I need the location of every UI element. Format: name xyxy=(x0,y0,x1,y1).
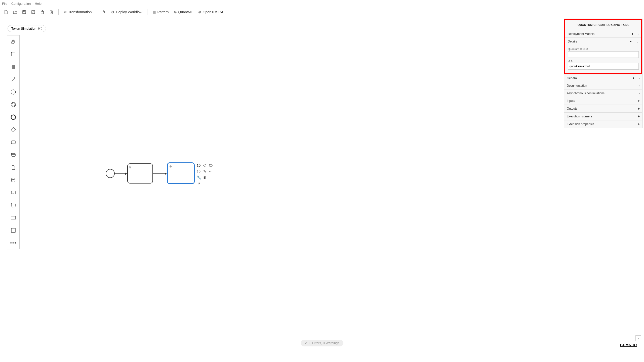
save-button[interactable] xyxy=(20,8,28,16)
status-bar[interactable]: ✓ 0 Errors, 0 Warnings xyxy=(301,340,343,346)
open-file-button[interactable] xyxy=(11,8,19,16)
url-input[interactable] xyxy=(568,63,639,70)
upload-button[interactable] xyxy=(38,8,46,16)
prop-outputs[interactable]: Outputs + xyxy=(564,105,642,112)
toolbar-separator xyxy=(58,9,59,15)
ctx-annotation[interactable]: ✎ xyxy=(202,169,207,174)
expand-panel-button[interactable]: › xyxy=(635,335,641,341)
download-button[interactable] xyxy=(47,8,55,16)
canvas[interactable]: ⎘ ⊛ ✎ ⋯ 🔧 🗑 ↗ xyxy=(0,17,644,362)
dot-icon xyxy=(633,77,634,79)
edit-button[interactable] xyxy=(29,8,37,16)
opentosca-icon: ⊕ xyxy=(198,10,201,14)
svg-point-19 xyxy=(197,170,200,173)
plus-icon[interactable]: + xyxy=(638,107,640,111)
chevron-right-icon: › xyxy=(639,84,640,87)
bpmnio-link[interactable]: BPMN.IO xyxy=(620,343,637,347)
svg-point-17 xyxy=(197,164,200,167)
menu-help[interactable]: Help xyxy=(35,2,42,6)
plus-icon[interactable]: + xyxy=(638,114,640,118)
task-node-1[interactable]: ⎘ xyxy=(127,163,153,184)
plus-icon[interactable]: + xyxy=(638,99,640,103)
check-icon: ✓ xyxy=(305,341,307,345)
svg-rect-0 xyxy=(23,11,26,14)
chevron-right-icon: › xyxy=(639,91,640,95)
transformation-button[interactable]: ⇄Transformation xyxy=(62,10,94,14)
prop-extension-properties[interactable]: Extension properties + xyxy=(564,120,642,128)
opentosca-button[interactable]: ⊕OpenTOSCA xyxy=(196,10,225,14)
quantme-icon: ⊛ xyxy=(174,10,177,14)
chevron-down-icon: ⌄ xyxy=(636,39,639,43)
toolbar-separator xyxy=(97,9,97,15)
ctx-append-intermediate[interactable] xyxy=(196,169,201,174)
ctx-wrench[interactable]: 🔧 xyxy=(196,175,201,180)
ctx-delete[interactable]: 🗑 xyxy=(202,175,207,180)
svg-rect-18 xyxy=(209,164,212,166)
task-node-selected[interactable]: ⊛ xyxy=(167,162,195,184)
quantum-circuit-label: Quantum Circuit xyxy=(568,48,639,51)
properties-highlighted-section: QUANTUM CIRCUIT LOADING TASK Deployment … xyxy=(564,19,642,74)
ctx-append-task[interactable] xyxy=(208,163,213,168)
details-body: Quantum Circuit URL xyxy=(565,45,641,72)
ctx-more[interactable]: ⋯ xyxy=(208,169,213,174)
wand-icon: ✎ xyxy=(102,10,106,14)
menu-bar: File Configuration Help xyxy=(0,0,644,7)
dot-icon xyxy=(630,41,631,42)
dot-icon xyxy=(632,33,633,35)
chevron-right-icon: › xyxy=(638,32,639,36)
new-file-button[interactable] xyxy=(2,8,10,16)
prop-async[interactable]: Asynchronous continuations › xyxy=(564,89,642,97)
menu-configuration[interactable]: Configuration xyxy=(11,2,31,6)
url-label: URL xyxy=(568,59,639,62)
prop-documentation[interactable]: Documentation › xyxy=(564,82,642,89)
transformation-icon: ⇄ xyxy=(64,10,67,14)
ctx-connect[interactable]: ↗ xyxy=(196,181,201,186)
prop-execution-listeners[interactable]: Execution listeners + xyxy=(564,112,642,120)
gear-icon: ⚙ xyxy=(111,10,114,14)
start-event[interactable] xyxy=(106,169,115,178)
properties-panel: QUANTUM CIRCUIT LOADING TASK Deployment … xyxy=(564,19,642,128)
divider xyxy=(0,349,644,349)
magic-wand-button[interactable]: ✎ xyxy=(100,8,108,16)
prop-deployment-models[interactable]: Deployment Models › xyxy=(565,30,641,37)
chevron-right-icon: › xyxy=(638,336,639,340)
prop-details[interactable]: Details ⌄ xyxy=(565,37,641,45)
ctx-append-event[interactable] xyxy=(196,163,201,168)
properties-title: QUANTUM CIRCUIT LOADING TASK xyxy=(565,20,641,30)
ctx-append-gateway[interactable] xyxy=(202,163,207,168)
quantum-circuit-input[interactable] xyxy=(568,51,639,58)
task-type-icon: ⎘ xyxy=(129,165,131,169)
prop-general[interactable]: General › xyxy=(564,74,642,82)
chevron-right-icon: › xyxy=(639,76,640,80)
deploy-workflow-button[interactable]: ⚙Deploy Workflow xyxy=(109,10,144,14)
pattern-button[interactable]: ▦Pattern xyxy=(150,10,171,14)
toolbar: ⇄Transformation ✎ ⚙Deploy Workflow ▦Patt… xyxy=(0,7,644,17)
task-type-icon: ⊛ xyxy=(169,165,172,168)
toolbar-separator xyxy=(147,9,147,15)
pattern-icon: ▦ xyxy=(152,10,156,14)
quantme-button[interactable]: ⊛QuantME xyxy=(172,10,195,14)
sequence-flow[interactable] xyxy=(115,173,127,174)
menu-file[interactable]: File xyxy=(2,2,7,6)
prop-inputs[interactable]: Inputs + xyxy=(564,97,642,105)
status-text: 0 Errors, 0 Warnings xyxy=(309,341,339,345)
plus-icon[interactable]: + xyxy=(638,122,640,126)
sequence-flow[interactable] xyxy=(153,173,167,174)
context-pad: ✎ ⋯ 🔧 🗑 ↗ xyxy=(196,163,213,186)
